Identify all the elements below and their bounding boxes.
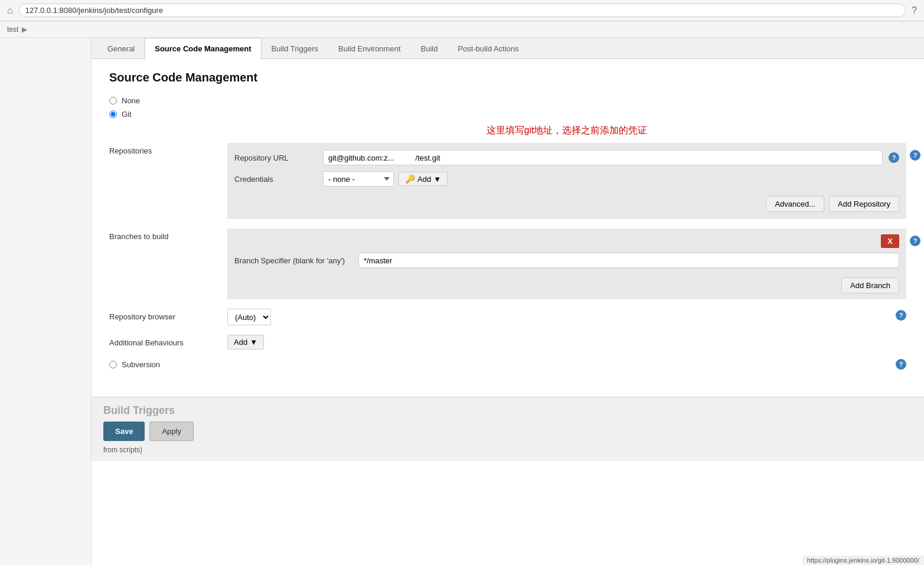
radio-git-label[interactable]: Git xyxy=(122,110,132,119)
credentials-controls: - none - 🔑 Add ▼ xyxy=(323,171,448,187)
advanced-button[interactable]: Advanced... xyxy=(766,196,824,212)
tab-navigation: General Source Code Management Build Tri… xyxy=(92,38,924,59)
repo-url-input[interactable] xyxy=(323,150,883,165)
repositories-section: Repositories Repository URL ? Credential… xyxy=(109,143,906,219)
radio-git[interactable] xyxy=(109,110,117,118)
breadcrumb-item[interactable]: test xyxy=(7,25,18,34)
credentials-dropdown[interactable]: - none - xyxy=(323,171,394,187)
add-dropdown-arrow: ▼ xyxy=(433,175,441,184)
main-container: General Source Code Management Build Tri… xyxy=(0,38,924,565)
repo-url-row: Repository URL ? xyxy=(234,150,899,165)
breadcrumb: test ▶ xyxy=(0,21,924,38)
branch-specifier-row: Branch Specifier (blank for 'any') xyxy=(234,253,899,268)
trigger-hint: from scripts) xyxy=(103,446,912,454)
branches-section-body: X Branch Specifier (blank for 'any') Add… xyxy=(227,228,906,299)
save-apply-row: Save Apply xyxy=(103,422,912,441)
repo-browser-section: Repository browser (Auto) ? xyxy=(109,309,906,325)
bottom-section: Build Triggers Save Apply from scripts) xyxy=(92,397,924,461)
add-branch-row: Add Branch xyxy=(234,274,899,293)
repo-url-label: Repository URL xyxy=(234,154,317,162)
breadcrumb-arrow: ▶ xyxy=(22,25,27,34)
repo-browser-label: Repository browser xyxy=(109,309,221,321)
repo-browser-help-icon[interactable]: ? xyxy=(896,310,906,321)
address-bar[interactable]: 127.0.0.1:8080/jenkins/job/test/configur… xyxy=(19,4,906,17)
tab-build[interactable]: Build xyxy=(411,38,448,59)
browser-chrome: ⌂ 127.0.0.1:8080/jenkins/job/test/config… xyxy=(0,0,924,21)
radio-subversion[interactable] xyxy=(109,361,117,368)
add-branch-button[interactable]: Add Branch xyxy=(841,277,899,293)
save-button[interactable]: Save xyxy=(103,422,145,441)
subversion-row: Subversion ? xyxy=(109,359,906,370)
repositories-help-icon[interactable]: ? xyxy=(910,150,920,161)
additional-behaviours-body: Add ▼ xyxy=(227,335,906,350)
sidebar xyxy=(0,38,92,565)
page-content: Source Code Management None Git 这里填写git地… xyxy=(92,59,924,391)
radio-none-option: None xyxy=(109,96,906,105)
home-icon: ⌂ xyxy=(7,5,13,16)
page-title: Source Code Management xyxy=(109,71,906,84)
repo-buttons-row: Add Repository Advanced... xyxy=(234,192,899,212)
branch-specifier-label: Branch Specifier (blank for 'any') xyxy=(234,256,352,265)
repo-browser-dropdown[interactable]: (Auto) xyxy=(227,309,271,325)
tab-source-code-management[interactable]: Source Code Management xyxy=(145,38,261,59)
add-behaviour-arrow: ▼ xyxy=(250,338,257,347)
radio-none-label[interactable]: None xyxy=(122,96,140,105)
apply-button[interactable]: Apply xyxy=(149,422,194,441)
additional-behaviours-section: Additional Behaviours Add ▼ xyxy=(109,335,906,350)
repo-url-help-icon[interactable]: ? xyxy=(889,152,899,163)
add-credentials-button[interactable]: 🔑 Add ▼ xyxy=(399,172,448,186)
build-triggers-title: Build Triggers xyxy=(103,404,912,417)
repositories-label: Repositories xyxy=(109,143,221,155)
credentials-row: Credentials - none - 🔑 Add ▼ xyxy=(234,171,899,187)
add-behaviour-label: Add xyxy=(234,338,247,347)
branches-section: Branches to build X Branch Specifier (bl… xyxy=(109,228,906,299)
search-icon[interactable]: ? xyxy=(912,5,917,16)
tab-build-triggers[interactable]: Build Triggers xyxy=(262,38,328,59)
branches-label: Branches to build xyxy=(109,228,221,241)
add-behaviour-button[interactable]: Add ▼ xyxy=(227,335,264,350)
tab-post-build-actions[interactable]: Post-build Actions xyxy=(448,38,528,59)
add-repository-button[interactable]: Add Repository xyxy=(829,196,899,212)
status-bar: https://plugins.jenkins.io/git-1.9000000… xyxy=(802,556,924,565)
subversion-help-icon[interactable]: ? xyxy=(896,359,906,370)
credentials-label: Credentials xyxy=(234,175,317,184)
additional-behaviours-label: Additional Behaviours xyxy=(109,335,221,347)
branches-help-icon[interactable]: ? xyxy=(910,236,920,246)
add-btn-label: Add xyxy=(417,175,431,184)
key-icon: 🔑 xyxy=(405,174,415,184)
annotation-text: 这里填写git地址，选择之前添加的凭证 xyxy=(109,125,906,137)
delete-branch-button[interactable]: X xyxy=(881,234,899,248)
radio-git-option: Git xyxy=(109,110,906,119)
content-area: General Source Code Management Build Tri… xyxy=(92,38,924,565)
branch-specifier-input[interactable] xyxy=(358,253,899,268)
tab-general[interactable]: General xyxy=(97,38,145,59)
radio-none[interactable] xyxy=(109,97,117,104)
tab-build-environment[interactable]: Build Environment xyxy=(328,38,411,59)
repo-section-body: Repository URL ? Credentials - none - xyxy=(227,143,906,219)
radio-subversion-label[interactable]: Subversion xyxy=(122,360,160,369)
